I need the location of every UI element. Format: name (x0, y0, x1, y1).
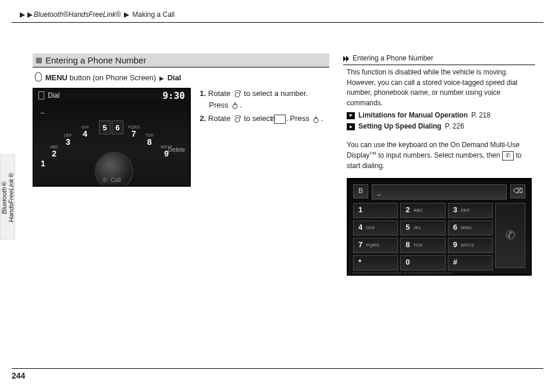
key-pause: P (404, 273, 452, 276)
section-bullet-icon (36, 58, 42, 63)
reference-page: P. 218 (471, 111, 490, 120)
rotate-knob-icon (233, 115, 242, 123)
navigation-path: MENU button (on Phone Screen) ▶ Dial (35, 71, 329, 82)
rotate-knob-icon (233, 90, 242, 98)
figure-titlebar: Dial 9:30 (34, 89, 190, 102)
call-button-icon: ✆ (274, 115, 286, 124)
key-0: 0 (400, 255, 445, 270)
call-handset-icon: ✆ (102, 177, 107, 183)
svg-point-0 (235, 92, 240, 97)
key-6: 6MNO (448, 220, 493, 236)
clock-display: 9:30 (162, 90, 185, 101)
key-4: 4GHI (353, 220, 398, 236)
keypad-figure: B _ ⌫ 1 2ABC 3DEF 4GHI 5JKL 6MNO 7PQRS 8… (347, 178, 532, 276)
key-1: 1 (353, 203, 398, 218)
dial-digit-8: TUV8 (145, 133, 154, 147)
key-7: 7PQRS (353, 238, 398, 253)
reference-arrow-icon: ➤ (347, 112, 355, 119)
dial-screen-figure: Dial 9:30 _ 1 ABC2 DEF3 GHI4 5 6 PQRS7 T… (33, 88, 191, 187)
sidebar-paragraph: You can use the keyboard on the On Deman… (347, 140, 533, 171)
key-9: 9WXYZ (448, 238, 493, 253)
key-plus: + (353, 273, 401, 276)
nav-menu-label: MENU (45, 73, 67, 82)
registered-mark: ® (116, 10, 121, 19)
reference-label: Limitations for Manual Operation (358, 111, 468, 120)
breadcrumb-item: Bluetooth (34, 10, 63, 19)
breadcrumb-item: Making a Call (132, 10, 175, 19)
section-title: Entering a Phone Number (45, 55, 146, 65)
nav-dial-label: Dial (168, 73, 182, 82)
nav-arrow-icon: ▶ (159, 75, 164, 81)
key-hash: # (448, 255, 493, 270)
call-button-icon: ✆ (502, 151, 514, 161)
press-knob-icon (311, 115, 321, 123)
dial-digit-7: PQRS7 (128, 125, 140, 138)
cross-reference: ➤ Limitations for Manual Operation P. 21… (347, 111, 533, 120)
key-5: 5JKL (400, 220, 445, 236)
breadcrumb-sep-icon: ▶ (20, 10, 25, 19)
page-number: 244 (12, 371, 25, 380)
dial-digit-1: 1 (41, 159, 45, 168)
info-sidebar: Entering a Phone Number This function is… (343, 54, 535, 276)
sidebar-heading: Entering a Phone Number (343, 54, 535, 65)
backspace-key: ⌫ (510, 184, 525, 198)
reference-arrow-icon: ➤ (347, 123, 355, 130)
sidebar-marker-icon (343, 56, 350, 62)
step-2: 2. Rotate to select ✆. Press . (200, 113, 326, 124)
section-heading: Entering a Phone Number (33, 54, 329, 67)
svg-point-2 (235, 117, 240, 122)
page-footer: 244 (12, 368, 543, 380)
breadcrumb-sep-icon: ▶ (124, 10, 129, 19)
breadcrumb-sep-icon: ▶ (27, 10, 33, 19)
dial-digit-5-selected: 5 (99, 120, 111, 134)
main-content: Entering a Phone Number MENU button (on … (33, 54, 329, 187)
sidebar-body: This function is disabled while the vehi… (343, 65, 535, 276)
call-label: ✆Call (102, 177, 120, 183)
instruction-steps: 1. Rotate to select a number. Press . 2.… (200, 88, 326, 127)
section-tab: Bluetooth® HandsFreeLink® (0, 154, 15, 240)
input-cursor: _ (41, 105, 45, 113)
press-knob-icon (230, 101, 240, 109)
trademark: TM (369, 151, 376, 156)
keypad-display: _ (372, 184, 507, 199)
sidebar-title: Entering a Phone Number (353, 54, 433, 63)
dial-digit-2: ABC2 (50, 145, 58, 158)
key-star: * (353, 255, 398, 270)
sidebar-paragraph: This function is disabled while the vehi… (347, 67, 533, 108)
breadcrumb: ▶ ▶ Bluetooth® HandsFreeLink® ▶ Making a… (12, 7, 543, 23)
registered-mark: ® (63, 10, 69, 19)
breadcrumb-item: HandsFreeLink (69, 10, 116, 19)
reference-page: P. 226 (445, 122, 464, 131)
phone-icon (38, 91, 44, 99)
key-8: 8TUV (400, 238, 445, 253)
dial-digit-4: GHI4 (81, 125, 88, 138)
delete-label: Delete (168, 147, 185, 153)
step-1: 1. Rotate to select a number. Press . (200, 88, 326, 111)
keypad-call-button: ✆ (495, 203, 525, 268)
reference-label: Setting Up Speed Dialing (358, 122, 442, 131)
figure-title: Dial (48, 91, 60, 99)
keypad-grid: 1 2ABC 3DEF 4GHI 5JKL 6MNO 7PQRS 8TUV 9W… (353, 203, 493, 276)
menu-button-icon (35, 72, 42, 81)
nav-text: button (on Phone Screen) (67, 73, 158, 82)
key-3: 3DEF (448, 203, 493, 218)
keypad-b-icon: B (353, 184, 368, 198)
dial-digit-3: DEF3 (64, 133, 72, 147)
cross-reference: ➤ Setting Up Speed Dialing P. 226 (347, 122, 533, 131)
dial-digit-6-selected: 6 (112, 120, 123, 134)
key-2: 2ABC (400, 203, 445, 218)
